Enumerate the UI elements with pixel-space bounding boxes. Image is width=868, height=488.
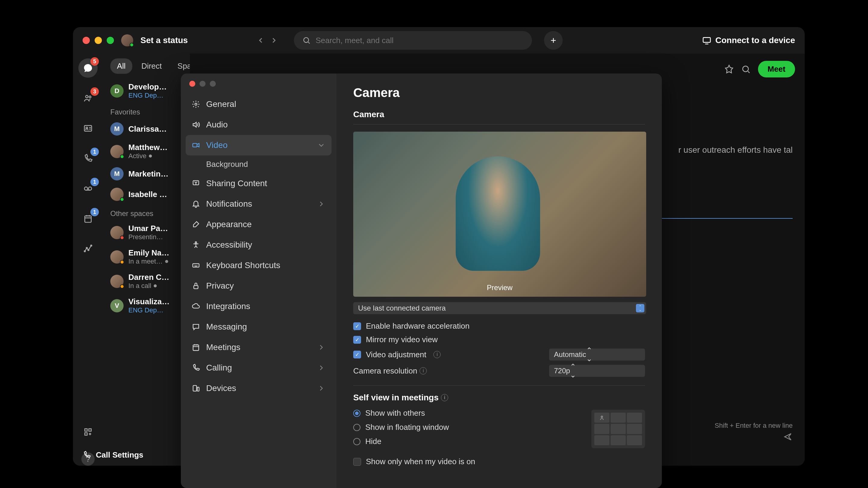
- info-icon[interactable]: i: [441, 394, 448, 401]
- nav-notifications[interactable]: Notifications: [186, 194, 332, 214]
- preview-person: [456, 156, 540, 271]
- search-bar[interactable]: [294, 31, 532, 50]
- window-zoom-button[interactable]: [107, 37, 114, 44]
- meeting-indicator: [120, 260, 124, 264]
- space-item[interactable]: V Visualiza…ENG Dep…: [103, 293, 190, 318]
- nav-appearance[interactable]: Appearance: [186, 214, 332, 235]
- titlebar: Set a status + Connect to a device: [73, 27, 805, 54]
- rail-teams[interactable]: 3: [79, 89, 98, 108]
- svg-rect-1: [703, 38, 710, 42]
- svg-rect-13: [85, 429, 87, 431]
- avatar: D: [110, 84, 124, 98]
- meet-button[interactable]: Meet: [758, 61, 795, 77]
- grid-cell[interactable]: [627, 424, 642, 434]
- favorite-item[interactable]: M Clarissa…: [103, 119, 190, 139]
- voicemail-icon: [83, 184, 93, 193]
- nav-messaging[interactable]: Messaging: [186, 317, 332, 337]
- video-adjust-select[interactable]: Automatic⌃⌄: [549, 349, 645, 361]
- rail-voicemail[interactable]: 1: [79, 179, 98, 198]
- grid-cell[interactable]: [611, 435, 626, 445]
- nav-video[interactable]: Video: [186, 135, 332, 156]
- nav-audio[interactable]: Audio: [186, 115, 332, 135]
- dropdown-arrows-icon: ⌃⌄: [586, 346, 592, 363]
- nav-devices[interactable]: Devices: [186, 378, 332, 398]
- nav-keyboard[interactable]: Keyboard Shortcuts: [186, 255, 332, 275]
- svg-point-11: [88, 250, 89, 251]
- user-avatar[interactable]: [121, 34, 133, 46]
- search-icon: [302, 36, 311, 44]
- video-adjust-checkbox[interactable]: ✓: [353, 351, 361, 358]
- tab-direct[interactable]: Direct: [135, 59, 168, 74]
- grid-cell[interactable]: [611, 413, 626, 423]
- rail-apps[interactable]: [79, 422, 98, 442]
- grid-cell[interactable]: [594, 424, 610, 434]
- favorite-item[interactable]: Matthew…Active: [103, 139, 190, 164]
- space-development[interactable]: D Develop…ENG Dep…: [103, 78, 190, 103]
- badge: 1: [90, 208, 99, 216]
- rail-analytics[interactable]: [79, 239, 98, 258]
- selfview-radio-with-others[interactable]: [353, 410, 361, 417]
- nav-sharing[interactable]: Sharing Content: [186, 173, 332, 194]
- selfview-position-grid[interactable]: [591, 410, 645, 448]
- presence-indicator: [120, 197, 124, 201]
- space-item[interactable]: Umar Pa…Presentin…: [103, 220, 190, 245]
- camera-select[interactable]: Use last connected camera⌃⌄: [353, 302, 646, 314]
- search-input[interactable]: [315, 36, 524, 45]
- modal-close-button[interactable]: [189, 81, 195, 87]
- nav-forward-button[interactable]: [269, 35, 279, 46]
- space-item[interactable]: Darren C…In a call: [103, 269, 190, 293]
- grid-cell[interactable]: [627, 413, 642, 423]
- connect-device-button[interactable]: Connect to a device: [702, 36, 795, 45]
- camera-section-header: Camera: [353, 110, 645, 124]
- tab-all[interactable]: All: [110, 59, 132, 74]
- mirror-checkbox[interactable]: ✓: [353, 336, 361, 344]
- call-settings-button[interactable]: Call Settings: [96, 450, 143, 460]
- modal-traffic-lights: [186, 81, 332, 94]
- show-only-video-on-checkbox[interactable]: [353, 458, 361, 466]
- rail-calls[interactable]: 1: [79, 149, 98, 168]
- grid-cell[interactable]: [627, 435, 642, 445]
- selfview-radio-floating[interactable]: [353, 424, 361, 431]
- dropdown-arrows-icon: ⌃⌄: [570, 362, 576, 379]
- nav-general[interactable]: General: [186, 94, 332, 115]
- nav-meetings[interactable]: Meetings: [186, 337, 332, 358]
- grid-cell[interactable]: [594, 435, 610, 445]
- selfview-radio-hide[interactable]: [353, 438, 361, 445]
- window-minimize-button[interactable]: [95, 37, 102, 44]
- modal-minimize-button: [199, 81, 206, 87]
- nav-accessibility[interactable]: Accessibility: [186, 235, 332, 255]
- nav-integrations[interactable]: Integrations: [186, 296, 332, 317]
- space-item[interactable]: Emily Na…In a meet…: [103, 245, 190, 269]
- grid-cell[interactable]: [611, 424, 626, 434]
- hw-accel-checkbox[interactable]: ✓: [353, 322, 361, 330]
- set-status-button[interactable]: Set a status: [141, 36, 188, 45]
- grid-cell[interactable]: [594, 413, 610, 423]
- create-button[interactable]: +: [544, 31, 563, 50]
- settings-content: Camera Camera Preview Use last connected…: [336, 73, 662, 488]
- nav-back-button[interactable]: [255, 35, 266, 46]
- svg-point-0: [304, 38, 309, 42]
- pin-icon[interactable]: [724, 64, 734, 74]
- favorite-item[interactable]: M Marketin…: [103, 164, 190, 184]
- rail-meetings[interactable]: 1: [79, 209, 98, 228]
- favorite-item[interactable]: Isabelle …: [103, 184, 190, 204]
- nav-video-background[interactable]: Background: [186, 156, 332, 173]
- send-button[interactable]: [783, 432, 793, 442]
- tab-spaces[interactable]: Spaces: [171, 59, 190, 74]
- nav-privacy[interactable]: Privacy: [186, 275, 332, 296]
- rail-messaging[interactable]: 5: [79, 59, 98, 78]
- search-in-space-icon[interactable]: [741, 64, 751, 74]
- svg-rect-22: [194, 286, 198, 289]
- window-close-button[interactable]: [83, 37, 90, 44]
- analytics-icon: [83, 244, 93, 254]
- badge: 1: [90, 178, 99, 186]
- resolution-select[interactable]: 720p⌃⌄: [549, 365, 645, 377]
- svg-point-17: [195, 103, 197, 105]
- rail-contacts[interactable]: [79, 119, 98, 138]
- svg-point-6: [84, 187, 88, 190]
- nav-calling[interactable]: Calling: [186, 358, 332, 378]
- info-icon[interactable]: i: [420, 367, 427, 375]
- info-icon[interactable]: i: [433, 351, 441, 358]
- svg-rect-14: [89, 429, 91, 431]
- presence-indicator: [130, 43, 134, 47]
